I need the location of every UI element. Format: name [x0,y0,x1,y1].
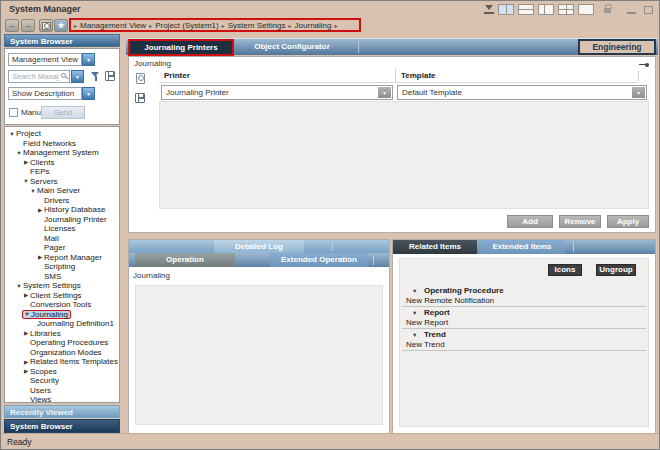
tree-collapsed-icon[interactable]: ▶ [22,368,30,374]
add-button[interactable]: Add [507,215,553,228]
tree-item-history-database[interactable]: ▶History Database [5,205,119,215]
related-group-header[interactable]: ▼Report [402,307,646,318]
remove-button[interactable]: Remove [559,215,601,228]
favorites-button[interactable]: ★ [54,19,68,32]
tree-item-report-manager[interactable]: ▶Report Manager [5,253,119,263]
tree-collapsed-icon[interactable]: ▶ [22,159,30,165]
tree-item-organization-modes[interactable]: Organization Modes [5,348,119,358]
apply-button[interactable]: Apply [607,215,649,228]
group-collapse-arrow-icon[interactable]: ▼ [412,332,424,338]
template-select[interactable]: Default Template ▼ [397,85,647,100]
layout-rows-icon[interactable] [518,4,534,15]
template-select-arrow-icon[interactable]: ▼ [632,87,645,98]
tree-item-licenses[interactable]: Licenses [5,224,119,234]
breadcrumb-item[interactable]: Journaling [295,21,332,30]
tree-item-scripting[interactable]: Scripting [5,262,119,272]
tree-expanded-icon[interactable]: ▼ [23,311,31,317]
filter-funnel-icon[interactable] [91,72,101,83]
tree-item-main-server[interactable]: ▼Main Server [5,186,119,196]
tree-collapsed-icon[interactable]: ▶ [36,254,44,260]
back-button[interactable]: ← [5,19,19,32]
tree-item-libraries[interactable]: ▶Libraries [5,329,119,339]
recently-viewed-bar[interactable]: Recently Viewed [4,405,120,418]
tree-item-servers[interactable]: ▼Servers [5,177,119,187]
tree-collapsed-icon[interactable]: ▶ [36,207,44,213]
tree-item-clients[interactable]: ▶Clients [5,158,119,168]
tree-item-security[interactable]: Security [5,376,119,386]
group-collapse-arrow-icon[interactable]: ▼ [412,288,424,294]
save-icon[interactable] [135,93,145,103]
breadcrumb-item[interactable]: Project (System1) [155,21,219,30]
page-icon[interactable] [136,73,145,84]
layout-grid-icon[interactable] [558,4,574,15]
icons-button[interactable]: Icons [548,264,582,276]
layout-single-icon[interactable] [578,4,594,15]
save-filter-icon[interactable] [105,71,115,81]
breadcrumb-item[interactable]: Management View [80,21,146,30]
tree-item-operating-procedures[interactable]: Operating Procedures [5,338,119,348]
tree-expanded-icon[interactable]: ▼ [15,283,23,289]
tree-item-project[interactable]: ▼Project [5,129,119,139]
view-selector[interactable]: Management View [8,53,82,66]
tree-item-field-networks[interactable]: Field Networks [5,139,119,149]
manual-checkbox[interactable] [9,108,18,117]
tree-item-client-settings[interactable]: ▶Client Settings [5,291,119,301]
tree-item-views[interactable]: Views [5,395,119,403]
related-item[interactable]: New Report [402,318,646,329]
tree-expanded-icon[interactable]: ▼ [15,150,23,156]
description-selector[interactable]: Show Description [8,87,82,100]
minimize-button[interactable] [627,12,636,14]
tree-item-journaling-printer[interactable]: Journaling Printer [5,215,119,225]
tree-item-users[interactable]: Users [5,386,119,396]
layout-columns-icon[interactable] [498,4,514,15]
toolbar: ← → ★ ▸Management View▸Project (System1)… [1,17,659,34]
tree-expanded-icon[interactable]: ▼ [22,178,30,184]
collapse-panel-icon[interactable] [484,5,494,14]
tab-object-configurator[interactable]: Object Configurator [238,39,346,56]
tree-item-related-items-templates[interactable]: ▶Related Items Templates [5,357,119,367]
history-button[interactable] [39,19,53,32]
tab-extended-operation[interactable]: Extended Operation [270,253,368,267]
tab-related-items[interactable]: Related Items [393,240,477,254]
tree-item-mail[interactable]: Mail [5,234,119,244]
tree-collapsed-icon[interactable]: ▶ [22,330,30,336]
layout-left-pane-icon[interactable] [538,4,554,15]
tree-item-journaling[interactable]: ▼Journaling [5,310,119,320]
tree-collapsed-icon[interactable]: ▶ [22,292,30,298]
tab-journaling-printers[interactable]: Journaling Printers [128,39,234,56]
tree-expanded-icon[interactable]: ▼ [8,131,16,137]
tree-item-journaling-definition1[interactable]: Journaling Definition1 [5,319,119,329]
breadcrumb-item[interactable]: System Settings [228,21,286,30]
maximize-button[interactable] [644,6,653,14]
related-item[interactable]: New Remote Notification [402,296,646,307]
tree-item-drivers[interactable]: Drivers [5,196,119,206]
tab-detailed-log[interactable]: Detailed Log [214,240,304,253]
tab-operation[interactable]: Operation [135,253,235,267]
tree-item-system-settings[interactable]: ▼System Settings [5,281,119,291]
related-group-header[interactable]: ▼Operating Procedure [402,285,646,296]
lock-icon [604,8,611,13]
search-dropdown-arrow-icon[interactable]: ▼ [71,70,84,83]
description-selector-arrow-icon[interactable]: ▼ [82,87,95,100]
view-selector-arrow-icon[interactable]: ▼ [82,53,95,66]
tree-item-pager[interactable]: Pager [5,243,119,253]
tab-extended-items[interactable]: Extended Items [479,240,565,254]
send-button[interactable]: Send [41,106,85,119]
tree-item-sms[interactable]: SMS [5,272,119,282]
tree-item-conversion-tools[interactable]: Conversion Tools [5,300,119,310]
group-collapse-arrow-icon[interactable]: ▼ [412,310,424,316]
system-browser-bar[interactable]: System Browser [4,419,120,433]
printer-select[interactable]: Journaling Printer ▼ [161,85,393,100]
tree-item-feps[interactable]: FEPs [5,167,119,177]
forward-button[interactable]: → [21,19,35,32]
tree-expanded-icon[interactable]: ▼ [29,188,37,194]
engineering-mode-button[interactable]: Engineering [578,39,656,55]
tree-item-management-system[interactable]: ▼Management System [5,148,119,158]
tree-item-scopes[interactable]: ▶Scopes [5,367,119,377]
pin-icon[interactable] [639,62,649,67]
tree-collapsed-icon[interactable]: ▶ [22,359,30,365]
ungroup-button[interactable]: Ungroup [596,264,636,276]
related-group-header[interactable]: ▼Trend [402,329,646,340]
related-item[interactable]: New Trend [402,340,646,351]
printer-select-arrow-icon[interactable]: ▼ [378,87,391,98]
